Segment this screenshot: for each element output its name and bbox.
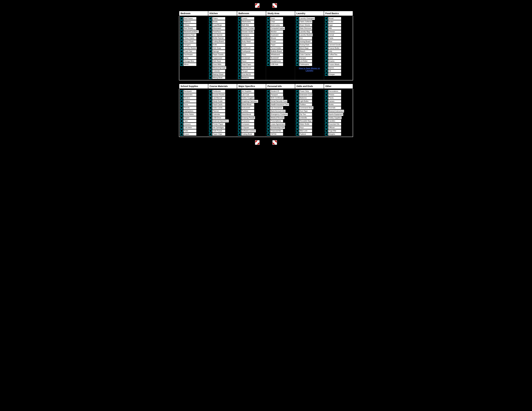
checkbox[interactable] [296,57,299,59]
list-item[interactable]: Laundry Basket [296,34,323,36]
list-item[interactable]: Toilet Brush [238,66,265,69]
list-item[interactable]: Canned Goods [325,43,352,46]
resize-sw-icon[interactable] [255,140,260,145]
list-item[interactable]: Dish Soap [209,47,236,49]
checkbox[interactable] [238,60,241,63]
list-item[interactable]: Towels [238,17,265,20]
list-item[interactable]: Games [325,100,352,103]
checkbox[interactable] [209,17,212,20]
list-item[interactable]: Bottle Opener [209,37,236,39]
checkbox[interactable] [180,130,183,132]
checkbox[interactable] [238,47,241,49]
checkbox[interactable] [267,120,270,122]
list-item[interactable]: Pens [180,103,207,106]
checkbox[interactable] [238,44,241,46]
list-item[interactable]: Sponge [209,50,236,53]
checkbox[interactable] [296,90,299,93]
checkbox[interactable] [209,73,212,76]
list-item[interactable]: Umbrella [296,116,323,119]
list-item[interactable]: Colander [209,70,236,72]
list-item[interactable]: Car Insurance [267,106,294,109]
list-item[interactable]: Prescriptions [267,120,294,122]
checkbox[interactable] [209,27,212,30]
list-item[interactable]: Shower Curtain [238,27,265,30]
checkbox[interactable] [238,57,241,59]
checkbox[interactable] [325,20,328,23]
checkbox[interactable] [209,126,212,129]
list-item[interactable]: Scholarships Info [267,126,294,129]
checkbox[interactable] [238,93,241,96]
checkbox[interactable] [180,93,183,96]
list-item[interactable]: Weights [325,133,352,136]
list-item[interactable]: Cutting Board [209,40,236,43]
checkbox[interactable] [209,66,212,69]
checkbox[interactable] [180,53,183,56]
checkbox[interactable] [180,27,183,30]
checkbox[interactable] [267,27,270,30]
list-item[interactable]: Bulletin Board [267,50,294,53]
list-item[interactable]: Mirror [180,63,207,66]
checkbox[interactable] [325,57,328,59]
checkbox[interactable] [325,47,328,49]
checkbox[interactable] [238,110,241,112]
checkbox[interactable] [180,17,183,20]
checkbox[interactable] [209,110,212,112]
list-item[interactable]: Toothbrush [238,47,265,49]
list-item[interactable]: Lab Manual [209,97,236,99]
checkbox[interactable] [267,110,270,112]
list-item[interactable]: Graphing Calculator [238,100,265,103]
checkbox[interactable] [209,70,212,72]
checkbox[interactable] [180,133,183,136]
list-item[interactable]: Compass [238,123,265,126]
checkbox[interactable] [238,126,241,129]
checkbox[interactable] [296,93,299,96]
checkbox[interactable] [325,120,328,122]
checkbox[interactable] [180,113,183,116]
list-item[interactable]: Eraser [180,133,207,136]
checkbox[interactable] [209,100,212,103]
list-item[interactable]: Protractor [238,120,265,122]
list-item[interactable]: Pots/Pans [209,30,236,33]
list-item[interactable]: Stapler [180,116,207,119]
list-item[interactable]: Lease Agreement [267,123,294,126]
list-item[interactable]: Zip Ties [296,113,323,116]
list-item[interactable]: Calculator [180,126,207,129]
checkbox[interactable] [267,53,270,56]
checkbox[interactable] [180,107,183,109]
resize-se-icon[interactable] [272,140,277,145]
checkbox[interactable] [296,63,299,66]
list-item[interactable]: Art Supplies [238,90,265,93]
list-item[interactable]: Whiteboard [267,53,294,56]
list-item[interactable]: Duct Tape [296,110,323,112]
list-item[interactable]: Computer/Laptop [267,27,294,30]
list-item[interactable]: Chair [267,20,294,23]
list-item[interactable]: Cups/Mugs [209,24,236,27]
checkbox[interactable] [325,110,328,112]
checkbox[interactable] [325,126,328,129]
checkbox[interactable] [267,34,270,36]
checkbox[interactable] [325,40,328,43]
checkbox[interactable] [325,130,328,132]
checkbox[interactable] [209,103,212,106]
checkbox[interactable] [325,100,328,103]
list-item[interactable]: Can Opener [209,34,236,36]
checkbox[interactable] [209,130,212,132]
list-item[interactable]: Toothpaste [238,50,265,53]
checkbox[interactable] [267,24,270,27]
checkbox[interactable] [238,107,241,109]
list-item[interactable]: Power Strip [296,90,323,93]
checkbox[interactable] [325,60,328,63]
list-item[interactable]: Sports Equipment [325,113,352,116]
list-item[interactable]: Bed Frame [180,17,207,20]
list-item[interactable]: Printer Paper [209,123,236,126]
checkbox[interactable] [325,17,328,20]
checkbox[interactable] [325,66,328,69]
checkbox[interactable] [325,93,328,96]
list-item[interactable]: Portfolio [238,110,265,112]
list-item[interactable]: Body Wash [238,40,265,43]
list-item[interactable]: Lamp [180,56,207,59]
list-item[interactable]: Desk [267,17,294,20]
list-item[interactable]: FAFSA [267,133,294,136]
list-item[interactable]: Mouse [267,37,294,39]
list-item[interactable]: Spices [325,66,352,69]
